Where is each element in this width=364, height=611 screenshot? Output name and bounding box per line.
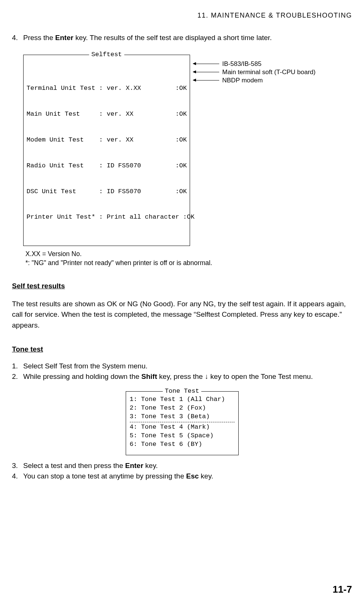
text-segment: key. The results of the self test are di… <box>73 34 272 42</box>
callouts: IB-583/IB-585 Main terminal soft (T-CPU … <box>190 50 315 84</box>
menu-item: 2: Tone Test 2 (Fox) <box>130 404 235 413</box>
box-title: Selftest <box>89 51 124 59</box>
paragraph: The test results are shown as OK or NG (… <box>12 299 352 331</box>
note-line: X.XX = Version No. <box>25 250 352 259</box>
note-line: *: "NG" and "Printer not ready" when pri… <box>25 259 352 268</box>
callout-text: Main terminal soft (T-CPU board) <box>222 68 315 76</box>
step-number: 3. <box>12 460 23 471</box>
arrow-icon <box>193 72 219 72</box>
tone-step-1: 1. Select Self Test from the System menu… <box>12 361 352 372</box>
menu-item: 1: Tone Test 1 (All Char) <box>130 395 235 404</box>
callout-row: Main terminal soft (T-CPU board) <box>190 68 315 76</box>
step-text: Select Self Test from the System menu. <box>23 361 352 372</box>
tone-test-box: Tone Test 1: Tone Test 1 (All Char) 2: T… <box>126 391 239 455</box>
page-number: 11-7 <box>333 582 352 597</box>
screen-line: Radio Unit Test : ID FS5070 :OK <box>27 162 187 170</box>
screen-line: Modem Unit Test : ver. XX :OK <box>27 136 187 145</box>
callout-row: NBDP modem <box>190 76 315 85</box>
tone-test-figure: Tone Test 1: Tone Test 1 (All Char) 2: T… <box>12 387 352 455</box>
menu-item: 5: Tone Test 5 (Space) <box>130 432 235 440</box>
key-name: Enter <box>55 34 74 42</box>
menu-item: 6: Tone Test 6 (BY) <box>130 440 235 449</box>
callout-text: NBDP modem <box>222 76 263 85</box>
arrow-icon <box>193 80 219 80</box>
text-segment: While pressing and holding down the <box>23 373 141 380</box>
subheading-tone-test: Tone test <box>12 344 352 355</box>
screen-line: Main Unit Test : ver. XX :OK <box>27 110 187 119</box>
selftest-box: Selftest Terminal Unit Test : ver. X.XX … <box>23 55 190 246</box>
tone-step-3: 3. Select a test and then press the Ente… <box>12 460 352 471</box>
screen-line: DSC Unit Test : ID FS5070 :OK <box>27 188 187 196</box>
divider <box>130 422 235 422</box>
selftest-figure: Selftest Terminal Unit Test : ver. X.XX … <box>23 50 352 246</box>
text-segment: Select a test and then press the <box>23 462 125 469</box>
step-number: 2. <box>12 371 23 382</box>
box-title: Tone Test <box>163 387 202 396</box>
text-segment: key, press the ↓ key to open the Tone Te… <box>157 373 313 380</box>
text-segment: You can stop a tone test at anytime by p… <box>23 472 186 480</box>
tone-step-2: 2. While pressing and holding down the S… <box>12 371 352 382</box>
step-number: 1. <box>12 361 23 372</box>
text-segment: Press the <box>23 34 55 42</box>
screen-line: Printer Unit Test* : Print all character… <box>27 213 187 222</box>
key-name: Enter <box>125 462 144 469</box>
subheading-self-test-results: Self test results <box>12 281 352 292</box>
step-text: While pressing and holding down the Shif… <box>23 371 352 382</box>
step-number: 4. <box>12 33 23 43</box>
text-segment: key. <box>199 472 213 480</box>
text-segment: key. <box>143 462 158 469</box>
callout-text: IB-583/IB-585 <box>222 60 261 68</box>
menu-item: 4: Tone Test 4 (Mark) <box>130 423 235 432</box>
screen-line: Terminal Unit Test : ver. X.XX :OK <box>27 84 187 93</box>
page-header: 11. MAINTENANCE & TROUBLESHOOTING <box>12 10 352 21</box>
step-4: 4. Press the Enter key. The results of t… <box>12 33 352 43</box>
figure-notes: X.XX = Version No. *: "NG" and "Printer … <box>25 250 352 267</box>
step-text: Select a test and then press the Enter k… <box>23 460 352 471</box>
step-text: You can stop a tone test at anytime by p… <box>23 471 352 482</box>
step-text: Press the Enter key. The results of the … <box>23 33 352 43</box>
arrow-icon <box>193 64 219 64</box>
step-number: 4. <box>12 471 23 482</box>
menu-item: 3: Tone Test 3 (Beta) <box>130 413 235 421</box>
callout-row: IB-583/IB-585 <box>190 60 315 68</box>
key-name: Shift <box>141 373 157 380</box>
key-name: Esc <box>186 472 199 480</box>
tone-step-4: 4. You can stop a tone test at anytime b… <box>12 471 352 482</box>
